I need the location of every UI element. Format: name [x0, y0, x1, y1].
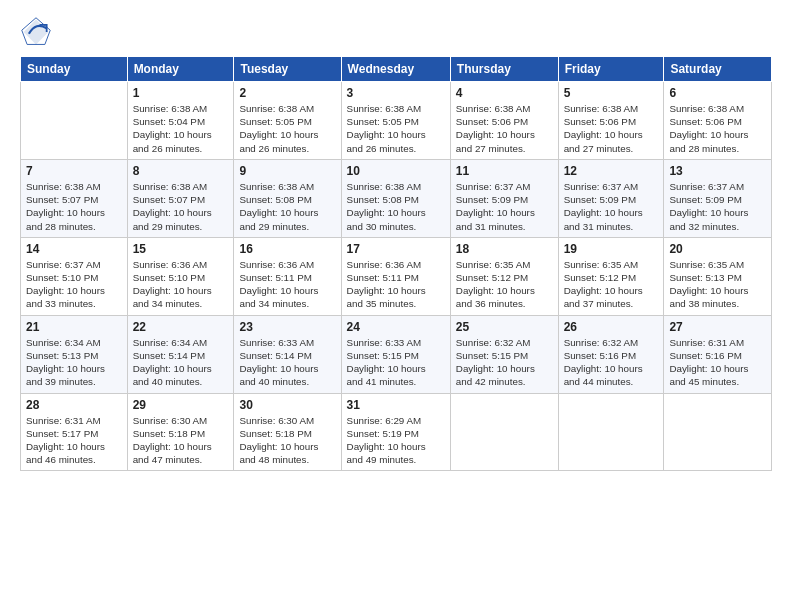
calendar-cell: 5Sunrise: 6:38 AMSunset: 5:06 PMDaylight…	[558, 82, 664, 160]
day-number: 15	[133, 242, 229, 256]
day-number: 23	[239, 320, 335, 334]
page: SundayMondayTuesdayWednesdayThursdayFrid…	[0, 0, 792, 612]
day-info: Sunrise: 6:38 AMSunset: 5:08 PMDaylight:…	[347, 180, 445, 233]
day-number: 31	[347, 398, 445, 412]
day-number: 1	[133, 86, 229, 100]
week-row-1: 1Sunrise: 6:38 AMSunset: 5:04 PMDaylight…	[21, 82, 772, 160]
day-info: Sunrise: 6:38 AMSunset: 5:05 PMDaylight:…	[239, 102, 335, 155]
day-info: Sunrise: 6:30 AMSunset: 5:18 PMDaylight:…	[239, 414, 335, 467]
calendar-cell: 25Sunrise: 6:32 AMSunset: 5:15 PMDayligh…	[450, 315, 558, 393]
day-number: 11	[456, 164, 553, 178]
day-header-wednesday: Wednesday	[341, 57, 450, 82]
calendar-cell: 16Sunrise: 6:36 AMSunset: 5:11 PMDayligh…	[234, 237, 341, 315]
day-info: Sunrise: 6:37 AMSunset: 5:09 PMDaylight:…	[564, 180, 659, 233]
day-info: Sunrise: 6:36 AMSunset: 5:11 PMDaylight:…	[347, 258, 445, 311]
calendar-cell	[558, 393, 664, 471]
day-number: 14	[26, 242, 122, 256]
day-header-saturday: Saturday	[664, 57, 772, 82]
day-number: 30	[239, 398, 335, 412]
day-info: Sunrise: 6:38 AMSunset: 5:08 PMDaylight:…	[239, 180, 335, 233]
day-info: Sunrise: 6:38 AMSunset: 5:05 PMDaylight:…	[347, 102, 445, 155]
day-number: 9	[239, 164, 335, 178]
day-header-friday: Friday	[558, 57, 664, 82]
logo-icon	[20, 16, 52, 48]
calendar-cell: 31Sunrise: 6:29 AMSunset: 5:19 PMDayligh…	[341, 393, 450, 471]
week-row-2: 7Sunrise: 6:38 AMSunset: 5:07 PMDaylight…	[21, 159, 772, 237]
day-number: 29	[133, 398, 229, 412]
day-info: Sunrise: 6:30 AMSunset: 5:18 PMDaylight:…	[133, 414, 229, 467]
calendar-cell: 19Sunrise: 6:35 AMSunset: 5:12 PMDayligh…	[558, 237, 664, 315]
calendar-cell: 11Sunrise: 6:37 AMSunset: 5:09 PMDayligh…	[450, 159, 558, 237]
calendar-cell: 29Sunrise: 6:30 AMSunset: 5:18 PMDayligh…	[127, 393, 234, 471]
day-info: Sunrise: 6:38 AMSunset: 5:06 PMDaylight:…	[456, 102, 553, 155]
day-info: Sunrise: 6:35 AMSunset: 5:13 PMDaylight:…	[669, 258, 766, 311]
day-info: Sunrise: 6:38 AMSunset: 5:06 PMDaylight:…	[564, 102, 659, 155]
day-info: Sunrise: 6:37 AMSunset: 5:09 PMDaylight:…	[669, 180, 766, 233]
day-number: 4	[456, 86, 553, 100]
week-row-3: 14Sunrise: 6:37 AMSunset: 5:10 PMDayligh…	[21, 237, 772, 315]
day-number: 28	[26, 398, 122, 412]
day-info: Sunrise: 6:36 AMSunset: 5:10 PMDaylight:…	[133, 258, 229, 311]
calendar-cell: 7Sunrise: 6:38 AMSunset: 5:07 PMDaylight…	[21, 159, 128, 237]
day-number: 22	[133, 320, 229, 334]
day-info: Sunrise: 6:34 AMSunset: 5:13 PMDaylight:…	[26, 336, 122, 389]
day-header-sunday: Sunday	[21, 57, 128, 82]
day-header-tuesday: Tuesday	[234, 57, 341, 82]
calendar-cell: 4Sunrise: 6:38 AMSunset: 5:06 PMDaylight…	[450, 82, 558, 160]
day-info: Sunrise: 6:35 AMSunset: 5:12 PMDaylight:…	[456, 258, 553, 311]
day-number: 26	[564, 320, 659, 334]
calendar-cell: 6Sunrise: 6:38 AMSunset: 5:06 PMDaylight…	[664, 82, 772, 160]
day-number: 6	[669, 86, 766, 100]
calendar-cell: 27Sunrise: 6:31 AMSunset: 5:16 PMDayligh…	[664, 315, 772, 393]
calendar-cell: 24Sunrise: 6:33 AMSunset: 5:15 PMDayligh…	[341, 315, 450, 393]
day-info: Sunrise: 6:35 AMSunset: 5:12 PMDaylight:…	[564, 258, 659, 311]
day-number: 3	[347, 86, 445, 100]
day-number: 18	[456, 242, 553, 256]
svg-marker-0	[24, 20, 49, 45]
day-number: 8	[133, 164, 229, 178]
logo	[20, 16, 56, 48]
day-number: 21	[26, 320, 122, 334]
calendar-cell: 1Sunrise: 6:38 AMSunset: 5:04 PMDaylight…	[127, 82, 234, 160]
day-info: Sunrise: 6:32 AMSunset: 5:16 PMDaylight:…	[564, 336, 659, 389]
calendar-cell: 3Sunrise: 6:38 AMSunset: 5:05 PMDaylight…	[341, 82, 450, 160]
day-number: 17	[347, 242, 445, 256]
day-info: Sunrise: 6:38 AMSunset: 5:07 PMDaylight:…	[26, 180, 122, 233]
day-number: 7	[26, 164, 122, 178]
day-number: 16	[239, 242, 335, 256]
calendar-cell	[450, 393, 558, 471]
calendar-cell: 20Sunrise: 6:35 AMSunset: 5:13 PMDayligh…	[664, 237, 772, 315]
day-info: Sunrise: 6:38 AMSunset: 5:04 PMDaylight:…	[133, 102, 229, 155]
calendar-cell: 28Sunrise: 6:31 AMSunset: 5:17 PMDayligh…	[21, 393, 128, 471]
calendar-cell: 18Sunrise: 6:35 AMSunset: 5:12 PMDayligh…	[450, 237, 558, 315]
day-header-monday: Monday	[127, 57, 234, 82]
calendar-cell: 15Sunrise: 6:36 AMSunset: 5:10 PMDayligh…	[127, 237, 234, 315]
calendar-cell	[21, 82, 128, 160]
calendar-cell: 23Sunrise: 6:33 AMSunset: 5:14 PMDayligh…	[234, 315, 341, 393]
day-info: Sunrise: 6:31 AMSunset: 5:16 PMDaylight:…	[669, 336, 766, 389]
day-number: 5	[564, 86, 659, 100]
calendar-cell: 21Sunrise: 6:34 AMSunset: 5:13 PMDayligh…	[21, 315, 128, 393]
day-number: 20	[669, 242, 766, 256]
day-info: Sunrise: 6:33 AMSunset: 5:15 PMDaylight:…	[347, 336, 445, 389]
calendar-cell: 30Sunrise: 6:30 AMSunset: 5:18 PMDayligh…	[234, 393, 341, 471]
day-number: 13	[669, 164, 766, 178]
day-number: 19	[564, 242, 659, 256]
day-info: Sunrise: 6:34 AMSunset: 5:14 PMDaylight:…	[133, 336, 229, 389]
day-number: 27	[669, 320, 766, 334]
day-info: Sunrise: 6:31 AMSunset: 5:17 PMDaylight:…	[26, 414, 122, 467]
day-number: 25	[456, 320, 553, 334]
week-row-5: 28Sunrise: 6:31 AMSunset: 5:17 PMDayligh…	[21, 393, 772, 471]
calendar-cell: 10Sunrise: 6:38 AMSunset: 5:08 PMDayligh…	[341, 159, 450, 237]
week-row-4: 21Sunrise: 6:34 AMSunset: 5:13 PMDayligh…	[21, 315, 772, 393]
calendar-cell: 9Sunrise: 6:38 AMSunset: 5:08 PMDaylight…	[234, 159, 341, 237]
calendar-cell: 26Sunrise: 6:32 AMSunset: 5:16 PMDayligh…	[558, 315, 664, 393]
calendar-cell: 8Sunrise: 6:38 AMSunset: 5:07 PMDaylight…	[127, 159, 234, 237]
calendar-cell: 22Sunrise: 6:34 AMSunset: 5:14 PMDayligh…	[127, 315, 234, 393]
calendar-cell	[664, 393, 772, 471]
calendar-table: SundayMondayTuesdayWednesdayThursdayFrid…	[20, 56, 772, 471]
calendar-cell: 13Sunrise: 6:37 AMSunset: 5:09 PMDayligh…	[664, 159, 772, 237]
calendar-cell: 14Sunrise: 6:37 AMSunset: 5:10 PMDayligh…	[21, 237, 128, 315]
day-info: Sunrise: 6:38 AMSunset: 5:06 PMDaylight:…	[669, 102, 766, 155]
header-row: SundayMondayTuesdayWednesdayThursdayFrid…	[21, 57, 772, 82]
